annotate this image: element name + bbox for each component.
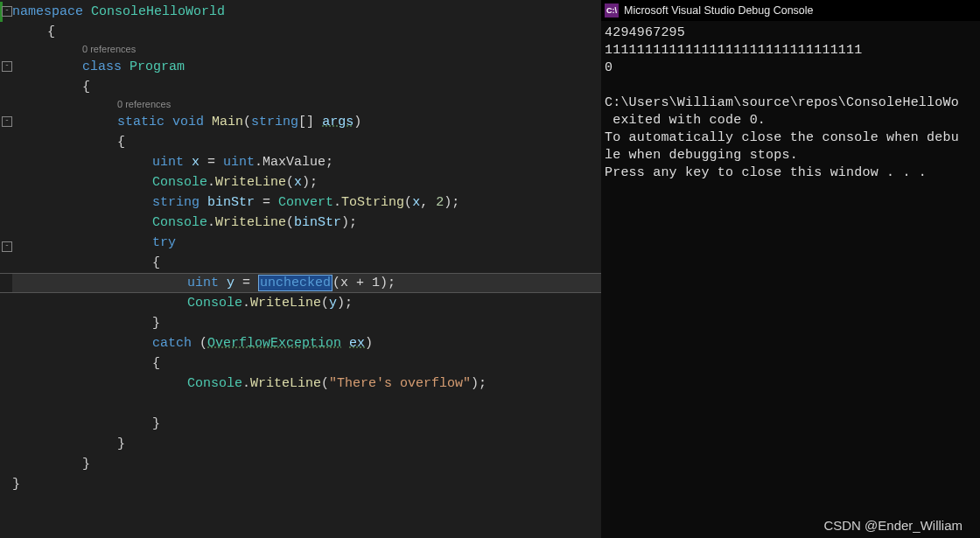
brace: { (82, 80, 90, 94)
code-line[interactable]: string binStr = Convert.ToString(x, 2); (12, 192, 601, 213)
code-area[interactable]: namespace ConsoleHelloWorld { 0 referenc… (12, 0, 601, 538)
watermark: CSDN @Ender_William (823, 518, 962, 533)
console-app-icon: C:\ (605, 3, 619, 17)
fold-toggle[interactable]: - (2, 6, 12, 17)
editor-gutter: - - - - (0, 0, 12, 538)
var: x (192, 155, 200, 170)
keyword: string (251, 115, 298, 129)
console-title-bar[interactable]: C:\ Microsoft Visual Studio Debug Consol… (601, 0, 980, 21)
code-line-current[interactable]: uint y = unchecked(x + 1); (12, 273, 601, 293)
keyword: string (152, 195, 200, 210)
type: Convert (278, 195, 333, 210)
code-line[interactable]: { (12, 253, 601, 273)
brace: { (47, 24, 55, 39)
code-line[interactable]: Console.WriteLine(binStr); (12, 213, 601, 233)
console-line: C:\Users\William\source\repos\ConsoleHel… (605, 95, 959, 110)
code-line[interactable]: uint x = uint.MaxValue; (12, 152, 601, 172)
code-line[interactable]: } (12, 414, 601, 434)
code-line[interactable]: } (12, 454, 601, 474)
code-line[interactable]: { (12, 77, 601, 97)
method: Main (212, 115, 243, 129)
debug-console-window[interactable]: C:\ Microsoft Visual Studio Debug Consol… (601, 0, 980, 538)
keyword: class (82, 59, 122, 74)
keyword: uint (223, 155, 255, 170)
keyword: try (152, 235, 176, 250)
code-line[interactable]: namespace ConsoleHelloWorld (12, 2, 601, 22)
string-literal: "There's overflow" (329, 376, 471, 391)
type: Console (152, 175, 207, 190)
fold-toggle[interactable]: - (2, 61, 12, 72)
method: WriteLine (215, 175, 286, 190)
param: args (322, 115, 354, 129)
code-editor[interactable]: - - - - namespace ConsoleHelloWorld { 0 … (0, 0, 601, 538)
console-line: To automatically close the console when … (605, 130, 959, 145)
identifier: ConsoleHelloWorld (91, 4, 225, 19)
code-line[interactable]: try (12, 233, 601, 253)
codelens[interactable]: 0 references (12, 97, 601, 112)
console-output[interactable]: 4294967295 11111111111111111111111111111… (601, 21, 980, 185)
brace: { (117, 135, 125, 150)
console-line: exited with code 0. (605, 113, 766, 128)
code-line[interactable]: { (12, 22, 601, 42)
method: ToString (341, 195, 404, 210)
type: OverflowException (207, 336, 341, 351)
keyword: uint (152, 155, 184, 170)
console-title: Microsoft Visual Studio Debug Console (624, 4, 814, 17)
fold-toggle[interactable]: - (2, 116, 12, 127)
code-line[interactable]: { (12, 353, 601, 374)
code-line[interactable]: } (12, 474, 601, 494)
punct (83, 4, 91, 19)
code-line[interactable]: Console.WriteLine("There's overflow"); (12, 374, 601, 394)
code-line[interactable]: class Program (12, 57, 601, 77)
keyword: void (172, 115, 204, 129)
code-line[interactable]: { (12, 132, 601, 152)
code-line[interactable]: } (12, 434, 601, 454)
console-line: 11111111111111111111111111111111 (605, 43, 862, 58)
code-line[interactable] (12, 394, 601, 414)
var: ex (349, 336, 365, 351)
fold-toggle[interactable]: - (2, 241, 12, 252)
number: 2 (436, 195, 444, 210)
keyword: catch (152, 336, 192, 351)
console-line: Press any key to close this window . . . (605, 165, 927, 180)
code-line[interactable]: Console.WriteLine(x); (12, 172, 601, 192)
type: Program (130, 59, 185, 74)
selected-keyword: unchecked (258, 276, 332, 290)
codelens[interactable]: 0 references (12, 42, 601, 57)
var: binStr (207, 195, 255, 210)
keyword: namespace (12, 4, 83, 19)
console-line: 0 (605, 60, 612, 75)
code-line[interactable]: catch (OverflowException ex) (12, 333, 601, 353)
code-line[interactable]: static void Main(string[] args) (12, 112, 601, 132)
code-line[interactable]: } (12, 313, 601, 333)
keyword: static (117, 115, 164, 129)
console-line: 4294967295 (605, 25, 685, 40)
code-line[interactable]: Console.WriteLine(y); (12, 293, 601, 313)
member: MaxValue (262, 155, 326, 170)
console-line: le when debugging stops. (605, 148, 798, 163)
